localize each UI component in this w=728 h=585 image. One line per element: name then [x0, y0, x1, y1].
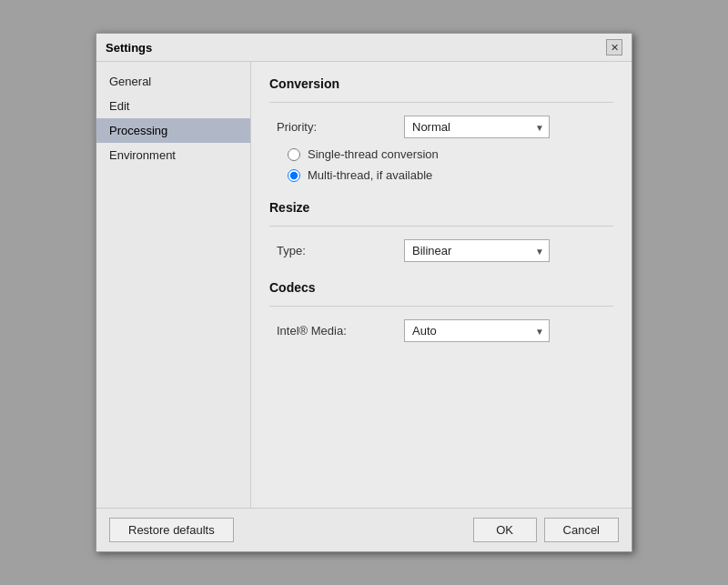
resize-title: Resize [269, 200, 613, 215]
title-bar: Settings ✕ [96, 34, 632, 62]
sidebar-item-edit[interactable]: Edit [96, 94, 250, 118]
sidebar: General Edit Processing Environment [96, 62, 251, 508]
single-thread-radio[interactable] [288, 148, 300, 161]
sidebar-item-general[interactable]: General [96, 69, 250, 94]
conversion-title: Conversion [269, 76, 613, 91]
conversion-divider [269, 102, 613, 103]
single-thread-row: Single-thread conversion [288, 147, 613, 161]
ok-button[interactable]: OK [473, 518, 537, 542]
single-thread-label[interactable]: Single-thread conversion [308, 147, 439, 161]
thread-mode-group: Single-thread conversion Multi-thread, i… [288, 147, 613, 182]
resize-divider [269, 226, 613, 227]
cancel-button[interactable]: Cancel [544, 518, 619, 542]
resize-section: Resize Type: Nearest Bilinear Bicubic La… [269, 200, 613, 262]
intel-media-select-wrapper: Auto Off On [404, 319, 550, 342]
priority-select[interactable]: Low Below Normal Normal Above Normal Hig… [404, 116, 550, 138]
type-select[interactable]: Nearest Bilinear Bicubic Lanczos [404, 239, 550, 262]
restore-defaults-button[interactable]: Restore defaults [109, 518, 234, 542]
priority-select-wrapper: Low Below Normal Normal Above Normal Hig… [404, 116, 550, 138]
dialog-title: Settings [106, 41, 152, 55]
intel-media-label: Intel® Media: [277, 324, 404, 338]
codecs-section: Codecs Intel® Media: Auto Off On [269, 280, 613, 342]
codecs-title: Codecs [269, 280, 613, 295]
codecs-divider [269, 306, 613, 307]
sidebar-item-environment[interactable]: Environment [96, 143, 250, 167]
sidebar-item-processing[interactable]: Processing [96, 118, 250, 143]
footer-right: OK Cancel [473, 518, 619, 542]
priority-row: Priority: Low Below Normal Normal Above … [269, 116, 613, 138]
type-row: Type: Nearest Bilinear Bicubic Lanczos [269, 239, 613, 262]
type-label: Type: [277, 244, 404, 257]
intel-media-select[interactable]: Auto Off On [404, 319, 550, 342]
priority-label: Priority: [277, 120, 404, 134]
dialog-body: General Edit Processing Environment Conv… [96, 62, 632, 508]
multi-thread-label[interactable]: Multi-thread, if available [308, 168, 432, 182]
multi-thread-row: Multi-thread, if available [288, 168, 613, 182]
close-button[interactable]: ✕ [606, 39, 622, 55]
content-area: Conversion Priority: Low Below Normal No… [251, 62, 632, 508]
intel-media-row: Intel® Media: Auto Off On [269, 319, 613, 342]
settings-dialog: Settings ✕ General Edit Processing Envir… [96, 33, 632, 552]
type-select-wrapper: Nearest Bilinear Bicubic Lanczos [404, 239, 550, 262]
dialog-footer: Restore defaults OK Cancel [96, 508, 632, 551]
multi-thread-radio[interactable] [288, 169, 300, 182]
conversion-section: Conversion Priority: Low Below Normal No… [269, 76, 613, 182]
